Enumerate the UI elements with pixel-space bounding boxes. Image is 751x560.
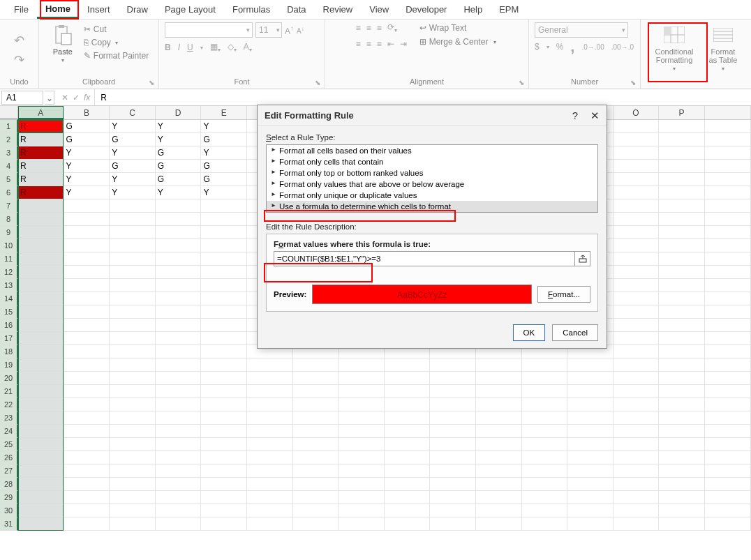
cell[interactable]: [430, 464, 476, 478]
cell[interactable]: [18, 345, 64, 358]
cell[interactable]: [705, 385, 751, 398]
cell[interactable]: [614, 120, 660, 133]
cell[interactable]: [385, 425, 431, 438]
outdent-icon[interactable]: ⇤: [387, 39, 394, 49]
cell[interactable]: [567, 451, 614, 464]
cell[interactable]: [659, 266, 705, 279]
cell[interactable]: [156, 464, 202, 478]
cell[interactable]: [64, 292, 110, 305]
row-header[interactable]: 4: [0, 160, 18, 173]
cell[interactable]: [156, 438, 202, 451]
cell[interactable]: [614, 133, 660, 146]
cell[interactable]: [659, 199, 705, 213]
col-header[interactable]: P: [659, 106, 705, 119]
cell[interactable]: [201, 491, 247, 504]
cell[interactable]: [705, 332, 751, 345]
font-name-select[interactable]: ▾: [165, 22, 253, 38]
tab-help[interactable]: Help: [455, 1, 491, 17]
cell[interactable]: [201, 425, 247, 438]
undo-icon[interactable]: ↶: [14, 33, 24, 48]
cell[interactable]: [659, 279, 705, 292]
tab-home[interactable]: Home: [37, 1, 79, 19]
cell[interactable]: G: [201, 173, 247, 186]
tab-view[interactable]: View: [361, 1, 397, 17]
cell[interactable]: [659, 332, 705, 345]
cell[interactable]: G: [110, 133, 156, 146]
row-header[interactable]: 15: [0, 305, 18, 319]
cell[interactable]: [64, 504, 110, 517]
cell[interactable]: [614, 266, 660, 279]
cell[interactable]: [156, 266, 202, 279]
cell[interactable]: [293, 464, 339, 478]
cell[interactable]: [659, 239, 705, 252]
cell[interactable]: [659, 438, 705, 451]
cell[interactable]: [156, 213, 202, 226]
cell[interactable]: [156, 199, 202, 213]
cell[interactable]: [156, 411, 202, 425]
tab-epm[interactable]: EPM: [491, 1, 527, 17]
cell[interactable]: [156, 239, 202, 252]
cell[interactable]: [201, 239, 247, 252]
cell[interactable]: [110, 279, 156, 292]
row-header[interactable]: 25: [0, 438, 18, 451]
row-header[interactable]: 10: [0, 239, 18, 252]
cell[interactable]: [430, 398, 476, 411]
cell[interactable]: [64, 385, 110, 398]
cell[interactable]: [385, 358, 431, 372]
cell[interactable]: [385, 464, 431, 478]
align-launcher[interactable]: ⬊: [519, 79, 527, 87]
cell[interactable]: [614, 451, 660, 464]
cell[interactable]: [110, 305, 156, 319]
cell[interactable]: [659, 425, 705, 438]
cell[interactable]: [430, 411, 476, 425]
cell[interactable]: [201, 478, 247, 491]
cell[interactable]: Y: [110, 120, 156, 133]
col-header[interactable]: C: [110, 106, 156, 119]
cell[interactable]: [385, 517, 431, 531]
cell[interactable]: [18, 332, 64, 345]
cell[interactable]: [18, 372, 64, 385]
dialog-close-icon[interactable]: ✕: [590, 109, 600, 122]
align-top-icon[interactable]: ≡: [356, 23, 361, 33]
cell[interactable]: [201, 332, 247, 345]
redo-icon[interactable]: ↷: [14, 52, 24, 68]
cell[interactable]: [156, 425, 202, 438]
underline-button[interactable]: U: [187, 43, 193, 52]
cell[interactable]: [110, 491, 156, 504]
cell[interactable]: G: [201, 133, 247, 146]
cell[interactable]: [201, 266, 247, 279]
cell[interactable]: [705, 226, 751, 239]
cell[interactable]: [293, 451, 339, 464]
cell[interactable]: [18, 451, 64, 464]
cell[interactable]: [18, 213, 64, 226]
cell[interactable]: [201, 411, 247, 425]
cell[interactable]: [476, 425, 522, 438]
cell[interactable]: [64, 226, 110, 239]
cell[interactable]: [110, 199, 156, 213]
cell[interactable]: [110, 517, 156, 531]
cell[interactable]: [201, 358, 247, 372]
cell[interactable]: [659, 372, 705, 385]
cell[interactable]: [64, 425, 110, 438]
percent-icon[interactable]: %: [556, 42, 564, 52]
cell[interactable]: [110, 345, 156, 358]
cell[interactable]: [156, 491, 202, 504]
cell[interactable]: [614, 213, 660, 226]
cell[interactable]: [614, 146, 660, 160]
rule-type-item[interactable]: ►Use a formula to determine which cells …: [267, 201, 597, 212]
font-color-icon[interactable]: A▾: [244, 42, 252, 53]
rule-type-item[interactable]: ►Format only unique or duplicate values: [267, 190, 597, 201]
cell[interactable]: [705, 186, 751, 199]
cell[interactable]: [385, 504, 431, 517]
cell[interactable]: [705, 173, 751, 186]
cell[interactable]: [659, 491, 705, 504]
cell[interactable]: [659, 292, 705, 305]
row-header[interactable]: 12: [0, 266, 18, 279]
cell[interactable]: [430, 385, 476, 398]
cell[interactable]: [430, 478, 476, 491]
row-header[interactable]: 3: [0, 146, 18, 160]
rule-type-item[interactable]: ►Format only values that are above or be…: [267, 179, 597, 190]
col-header[interactable]: O: [614, 106, 660, 119]
cell[interactable]: [293, 438, 339, 451]
cell[interactable]: [64, 332, 110, 345]
